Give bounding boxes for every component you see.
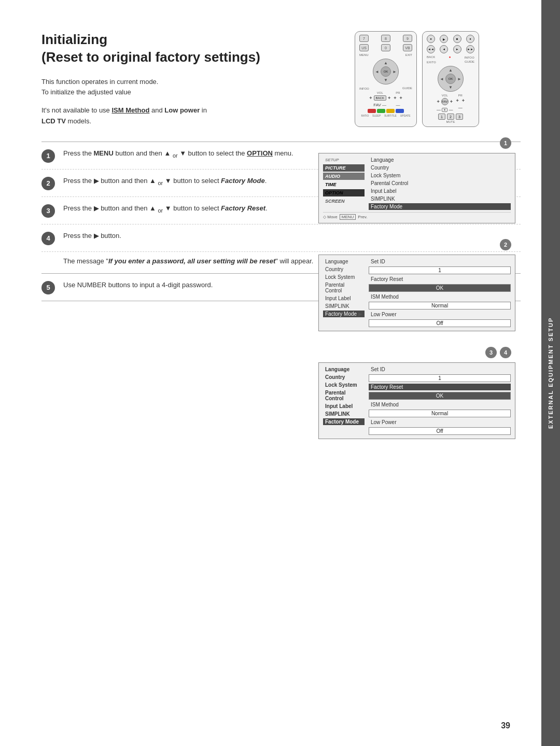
btn-next: ►► — [466, 45, 474, 53]
num-1: 1 — [438, 114, 445, 120]
yellow-btn — [386, 109, 395, 113]
nav-pad-1: ▲ ▼ ◄ ► OK — [373, 59, 399, 85]
btn-rew: ► — [453, 45, 461, 53]
btn-9: 9 — [403, 35, 412, 42]
menu-box-1: SETUP PICTURE AUDIO TIME OPTION SCREEN L… — [318, 153, 515, 223]
step-1-badge: 1 — [41, 149, 55, 163]
menu-box-2: Language Country Lock System Parental Co… — [318, 255, 515, 331]
menu-left-1: SETUP PICTURE AUDIO TIME OPTION SCREEN — [323, 157, 365, 210]
badge-2: 2 — [500, 239, 511, 250]
btn-vb: VB — [403, 44, 412, 51]
btn-us: US — [359, 44, 369, 51]
btn-8: 8 — [381, 35, 390, 42]
badge-4: 4 — [500, 347, 511, 358]
diagrams-area: 7 8 9 US 0 VB MENUEXIT ▲ ▼ — [318, 31, 515, 447]
badge-3: 3 — [485, 347, 497, 358]
btn-play: ▶ — [440, 35, 448, 43]
remote-1: 7 8 9 US 0 VB MENUEXIT ▲ ▼ — [355, 31, 417, 127]
btn-dot: ● — [427, 35, 435, 43]
num-3: 3 — [456, 114, 463, 120]
green-btn — [377, 109, 385, 113]
step-4-badge: 4 — [41, 232, 55, 245]
set-id-box: 1 — [369, 266, 511, 274]
btn-7: 7 — [359, 35, 369, 42]
page-number: 39 — [501, 721, 510, 730]
btn-ff: ◄ — [440, 45, 448, 53]
btn-stop: ● — [466, 35, 474, 43]
menu-right-2: Set ID 1 Factory Reset OK ISM Method Nor… — [365, 258, 511, 328]
remote-top-row: 7 8 9 — [359, 35, 412, 42]
btn-pause: ■ — [453, 35, 461, 43]
menu-box-3: Language Country Lock System Parental Co… — [318, 362, 515, 439]
badge-1: 1 — [500, 137, 511, 149]
remote-2: ● ▶ ■ ● ◄◄ ◄ ► ►► BACK●INFO⊙ — [422, 31, 479, 127]
nav-pad-2: ▲ ▼ ◄ ► OK — [438, 66, 464, 92]
red-btn — [368, 109, 376, 113]
step-2-badge: 2 — [41, 177, 55, 190]
menu-left-3: Language Country Lock System Parental Co… — [323, 366, 365, 435]
remotes-row: 7 8 9 US 0 VB MENUEXIT ▲ ▼ — [318, 31, 515, 127]
num-2: 2 — [447, 114, 454, 120]
menu-footer-1: ◇ Move MENU Prev. — [323, 212, 511, 220]
menu-right-3: Set ID 1 Factory Reset OK ISM Method Nor… — [365, 366, 511, 435]
vol-block: VOL + BACK + FAV — — [369, 91, 390, 107]
step-5-badge: 5 — [41, 281, 55, 294]
btn-0: 0 — [381, 44, 390, 51]
step-3-badge: 3 — [41, 204, 55, 218]
menu-right-1: Language Country Lock System Parental Co… — [365, 157, 511, 210]
btn-prev: ◄◄ — [427, 45, 435, 53]
ok-box: OK — [369, 284, 511, 292]
menu-left-2: Language Country Lock System Parental Co… — [323, 258, 365, 328]
side-tab: EXTERNAL EQUIPMENT SETUP — [541, 0, 560, 746]
pr-block: PR + + — — [394, 91, 402, 107]
blue-btn — [396, 109, 404, 113]
